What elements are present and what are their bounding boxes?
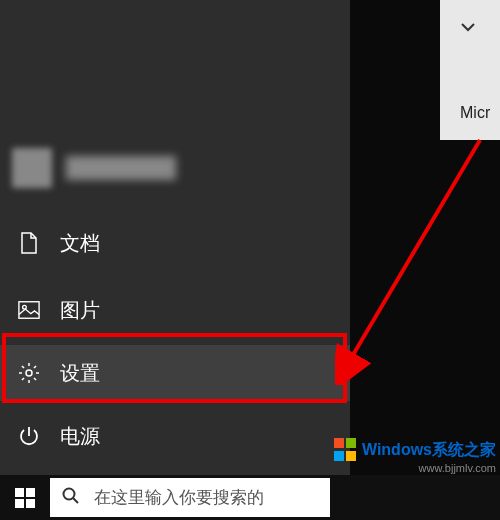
taskbar: 在这里输入你要搜索的: [0, 475, 500, 520]
svg-rect-7: [15, 499, 24, 508]
windows-logo-icon: [15, 488, 35, 508]
desktop-area: Micr: [350, 0, 500, 475]
menu-item-pictures[interactable]: 图片: [0, 282, 350, 338]
user-section[interactable]: [12, 148, 176, 188]
menu-item-power[interactable]: 电源: [0, 408, 350, 464]
user-name-blurred: [66, 156, 176, 180]
svg-rect-8: [26, 499, 35, 508]
taskbar-search[interactable]: 在这里输入你要搜索的: [50, 478, 330, 517]
power-icon: [18, 425, 40, 447]
user-avatar: [12, 148, 52, 188]
start-menu-panel: 文档 图片 设置 电源: [0, 0, 350, 475]
menu-item-settings[interactable]: 设置: [0, 345, 350, 401]
menu-label: 电源: [60, 423, 100, 450]
document-icon: [18, 232, 40, 254]
picture-icon: [18, 299, 40, 321]
gear-icon: [18, 362, 40, 384]
svg-rect-5: [15, 488, 24, 497]
chevron-down-icon: [460, 18, 476, 36]
watermark-url: www.bjjmlv.com: [419, 462, 496, 474]
menu-item-documents[interactable]: 文档: [0, 215, 350, 271]
watermark-title: Windows系统之家: [362, 440, 496, 461]
search-icon: [62, 487, 80, 509]
svg-rect-6: [26, 488, 35, 497]
search-placeholder: 在这里输入你要搜索的: [94, 486, 264, 509]
menu-label: 图片: [60, 297, 100, 324]
svg-line-10: [73, 498, 78, 503]
watermark: Windows系统之家 www.bjjmlv.com: [334, 438, 496, 474]
app-tile[interactable]: Micr: [440, 0, 500, 140]
svg-point-9: [64, 488, 75, 499]
menu-label: 文档: [60, 230, 100, 257]
menu-label: 设置: [60, 360, 100, 387]
windows-color-logo-icon: [334, 438, 358, 462]
start-button[interactable]: [0, 475, 50, 520]
svg-point-2: [26, 370, 32, 376]
tile-label-partial: Micr: [460, 104, 490, 122]
svg-rect-0: [19, 302, 39, 319]
